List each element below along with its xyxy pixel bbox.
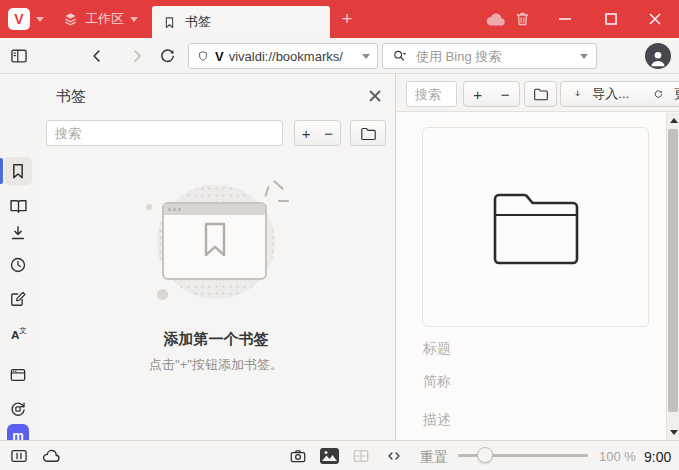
empty-state-heading: 添加第一个书签 bbox=[36, 330, 396, 349]
sidebar-item-downloads[interactable] bbox=[7, 222, 29, 244]
url-field[interactable]: V vivaldi://bookmarks/ bbox=[188, 43, 378, 69]
session-sync-icon bbox=[8, 399, 28, 419]
bookmarks-panel: 书签 + − bbox=[36, 74, 396, 440]
url-text: vivaldi://bookmarks/ bbox=[229, 49, 357, 64]
new-folder-button[interactable] bbox=[350, 120, 386, 146]
tab-bookmarks[interactable]: 书签 bbox=[152, 6, 330, 38]
sidebar-item-reading-list[interactable] bbox=[7, 195, 29, 217]
minimize-button[interactable] bbox=[554, 8, 576, 30]
panel-close-button[interactable] bbox=[366, 87, 384, 105]
capture-page-icon[interactable] bbox=[287, 445, 309, 467]
url-dropdown-caret-icon[interactable] bbox=[362, 54, 370, 59]
zoom-level-value: 100 % bbox=[599, 449, 636, 464]
folder-icon bbox=[533, 87, 549, 101]
bookmark-icon bbox=[8, 161, 28, 181]
workspace-button[interactable]: 工作区 bbox=[58, 7, 142, 31]
vivaldi-logo-letter: V bbox=[14, 11, 23, 27]
add-button[interactable]: + bbox=[473, 86, 482, 103]
page-tiling-icon[interactable] bbox=[350, 445, 372, 467]
bookmark-thumbnail-card[interactable] bbox=[422, 127, 649, 327]
scrollbar[interactable] bbox=[666, 113, 679, 440]
titlebar: V 工作区 书签 + bbox=[0, 0, 679, 38]
vivaldi-menu-button[interactable]: V bbox=[8, 8, 30, 30]
page-actions-icon[interactable] bbox=[383, 445, 405, 467]
new-tab-button[interactable]: + bbox=[336, 8, 358, 30]
scroll-up-arrow-icon[interactable] bbox=[670, 118, 678, 123]
panel-title: 书签 bbox=[56, 87, 86, 106]
bookmarks-editor-panel: + − 导入... 更 bbox=[397, 74, 679, 440]
clock[interactable]: 9:00 bbox=[644, 449, 671, 465]
search-dropdown-caret-icon[interactable] bbox=[580, 54, 588, 59]
sync-cloud-icon[interactable] bbox=[484, 9, 508, 29]
shield-icon bbox=[196, 49, 210, 64]
window-icon bbox=[8, 365, 28, 385]
reload-button[interactable] bbox=[156, 45, 178, 67]
sidebar-item-sessions[interactable] bbox=[7, 398, 29, 420]
vivaldi-window: V 工作区 书签 + bbox=[0, 0, 679, 470]
folder-icon bbox=[360, 126, 377, 141]
trash-icon[interactable] bbox=[513, 9, 532, 29]
addressbar: V vivaldi://bookmarks/ bbox=[0, 38, 679, 74]
bookmark-icon bbox=[162, 15, 177, 30]
sparkle-icon bbox=[264, 182, 290, 208]
sidebar-item-windows[interactable] bbox=[7, 364, 29, 386]
tab-title: 书签 bbox=[185, 13, 211, 31]
remove-bookmark-button[interactable]: − bbox=[324, 125, 333, 142]
refresh-thumbnail-icon[interactable] bbox=[653, 87, 664, 102]
notes-icon bbox=[8, 289, 28, 309]
reading-list-icon bbox=[8, 196, 29, 217]
bookmark-icon bbox=[202, 222, 228, 258]
search-engine-icon[interactable] bbox=[391, 48, 408, 64]
sidebar-item-bookmarks[interactable] bbox=[4, 157, 32, 185]
title-field[interactable]: 标题 bbox=[423, 340, 451, 358]
profile-avatar[interactable] bbox=[645, 43, 671, 69]
sidebar-item-history[interactable] bbox=[7, 254, 29, 276]
active-panel-indicator bbox=[0, 158, 3, 184]
import-button[interactable]: 导入... bbox=[592, 85, 629, 103]
import-arrow-icon bbox=[573, 87, 582, 101]
search-field[interactable] bbox=[382, 43, 597, 69]
vivaldi-menu-caret-icon[interactable] bbox=[36, 17, 44, 22]
workspace-caret-icon bbox=[130, 17, 138, 22]
close-button[interactable] bbox=[644, 8, 666, 30]
clock-icon bbox=[8, 255, 28, 275]
panel-toggle-status-icon[interactable] bbox=[8, 445, 30, 467]
workspace-label: 工作区 bbox=[85, 10, 124, 28]
back-button[interactable] bbox=[86, 45, 108, 67]
update-thumbnail-button[interactable]: 更 bbox=[674, 85, 679, 103]
import-button-group: 导入... 更 bbox=[560, 81, 679, 107]
remove-button[interactable]: − bbox=[501, 86, 510, 103]
bookmark-add-remove-group: + − bbox=[294, 120, 341, 146]
nickname-field[interactable]: 简称 bbox=[423, 373, 451, 391]
close-icon bbox=[369, 90, 381, 102]
statusbar: 重置 100 % 9:00 bbox=[0, 440, 679, 470]
zoom-reset-button[interactable]: 重置 bbox=[420, 449, 448, 467]
panel-rail: A 文 m V bbox=[0, 74, 36, 440]
sidebar-item-notes[interactable] bbox=[7, 288, 29, 310]
toggle-images-icon[interactable] bbox=[318, 445, 340, 467]
description-field[interactable]: 描述 bbox=[423, 411, 451, 429]
panel-toggle-icon[interactable] bbox=[8, 45, 30, 67]
editor-toolbar: + − 导入... 更 bbox=[397, 74, 679, 112]
empty-state-window-graphic bbox=[162, 202, 267, 280]
editor-new-folder-button[interactable] bbox=[524, 81, 557, 107]
scroll-down-arrow-icon[interactable] bbox=[670, 430, 678, 435]
sync-status-cloud-icon[interactable] bbox=[40, 445, 62, 467]
forward-button[interactable] bbox=[126, 45, 148, 67]
decor-dot bbox=[157, 289, 168, 300]
search-input[interactable] bbox=[414, 48, 574, 65]
person-icon bbox=[647, 47, 669, 69]
bookmarks-search-input[interactable] bbox=[46, 120, 283, 146]
maximize-button[interactable] bbox=[600, 8, 622, 30]
download-icon bbox=[8, 223, 28, 243]
add-bookmark-button[interactable]: + bbox=[302, 125, 311, 142]
editor-search-input[interactable] bbox=[406, 81, 457, 107]
vivaldi-badge-icon: V bbox=[215, 49, 224, 64]
sidebar-item-translate[interactable]: A 文 bbox=[7, 324, 29, 346]
scrollbar-thumb[interactable] bbox=[668, 129, 678, 412]
zoom-slider-thumb[interactable] bbox=[477, 447, 493, 463]
translate-icon: A 文 bbox=[8, 325, 29, 345]
workspace-layers-icon bbox=[62, 11, 79, 28]
empty-state-subtext: 点击"+"按钮添加书签。 bbox=[36, 356, 396, 374]
decor-dot bbox=[146, 204, 152, 210]
